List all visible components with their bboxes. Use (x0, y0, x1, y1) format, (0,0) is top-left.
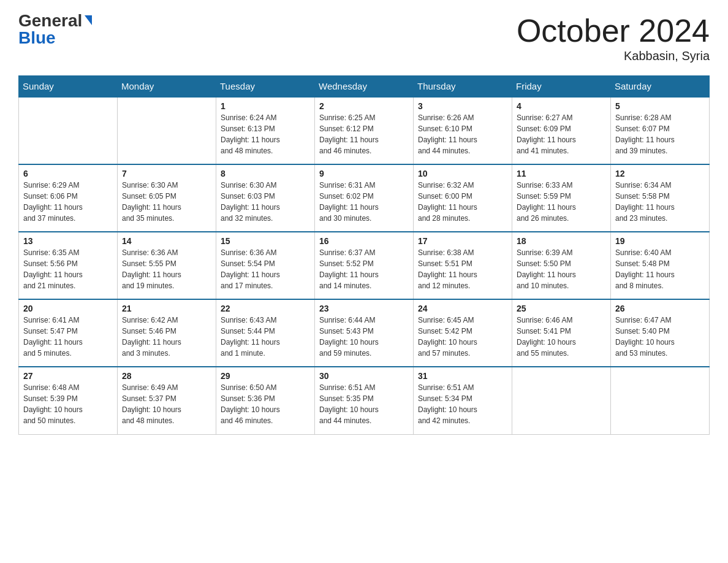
calendar-table: SundayMondayTuesdayWednesdayThursdayFrid… (18, 75, 710, 435)
calendar-subtitle: Kabbasin, Syria (517, 49, 710, 63)
day-number: 3 (418, 101, 507, 111)
day-number: 5 (615, 101, 705, 111)
day-number: 9 (319, 169, 409, 178)
day-info: Sunrise: 6:51 AM Sunset: 5:34 PM Dayligh… (418, 382, 507, 426)
calendar-cell: 1Sunrise: 6:24 AM Sunset: 6:13 PM Daylig… (216, 97, 315, 164)
day-number: 25 (517, 304, 606, 313)
header-monday: Monday (118, 76, 216, 98)
calendar-cell: 8Sunrise: 6:30 AM Sunset: 6:03 PM Daylig… (216, 164, 315, 232)
day-info: Sunrise: 6:36 AM Sunset: 5:55 PM Dayligh… (122, 247, 211, 291)
day-number: 12 (615, 169, 705, 178)
calendar-cell (611, 367, 710, 434)
calendar-cell (19, 97, 118, 164)
day-info: Sunrise: 6:47 AM Sunset: 5:40 PM Dayligh… (615, 315, 705, 359)
week-row-1: 6Sunrise: 6:29 AM Sunset: 6:06 PM Daylig… (19, 164, 710, 232)
day-info: Sunrise: 6:34 AM Sunset: 5:58 PM Dayligh… (615, 180, 705, 224)
day-info: Sunrise: 6:29 AM Sunset: 6:06 PM Dayligh… (23, 180, 113, 224)
day-info: Sunrise: 6:42 AM Sunset: 5:46 PM Dayligh… (122, 315, 211, 359)
calendar-cell: 3Sunrise: 6:26 AM Sunset: 6:10 PM Daylig… (414, 97, 512, 164)
header-sunday: Sunday (19, 76, 118, 98)
calendar-cell (118, 97, 216, 164)
day-info: Sunrise: 6:35 AM Sunset: 5:56 PM Dayligh… (23, 247, 113, 291)
day-number: 10 (418, 169, 507, 178)
day-info: Sunrise: 6:40 AM Sunset: 5:48 PM Dayligh… (615, 247, 705, 291)
day-info: Sunrise: 6:27 AM Sunset: 6:09 PM Dayligh… (517, 112, 606, 156)
calendar-cell: 26Sunrise: 6:47 AM Sunset: 5:40 PM Dayli… (611, 299, 710, 367)
logo-triangle-icon (85, 15, 92, 25)
day-info: Sunrise: 6:48 AM Sunset: 5:39 PM Dayligh… (23, 382, 113, 426)
day-info: Sunrise: 6:36 AM Sunset: 5:54 PM Dayligh… (221, 247, 310, 291)
calendar-cell: 31Sunrise: 6:51 AM Sunset: 5:34 PM Dayli… (414, 367, 512, 434)
day-number: 7 (122, 169, 211, 178)
day-number: 30 (319, 371, 409, 381)
calendar-header-row: SundayMondayTuesdayWednesdayThursdayFrid… (19, 76, 710, 98)
page-header: General Blue October 2024 Kabbasin, Syri… (18, 12, 710, 63)
header-thursday: Thursday (414, 76, 512, 98)
day-info: Sunrise: 6:38 AM Sunset: 5:51 PM Dayligh… (418, 247, 507, 291)
week-row-4: 27Sunrise: 6:48 AM Sunset: 5:39 PM Dayli… (19, 367, 710, 434)
calendar-cell: 22Sunrise: 6:43 AM Sunset: 5:44 PM Dayli… (216, 299, 315, 367)
day-info: Sunrise: 6:37 AM Sunset: 5:52 PM Dayligh… (319, 247, 409, 291)
day-info: Sunrise: 6:24 AM Sunset: 6:13 PM Dayligh… (221, 112, 310, 156)
day-info: Sunrise: 6:25 AM Sunset: 6:12 PM Dayligh… (319, 112, 409, 156)
day-info: Sunrise: 6:28 AM Sunset: 6:07 PM Dayligh… (615, 112, 705, 156)
day-number: 1 (221, 101, 310, 111)
calendar-cell: 21Sunrise: 6:42 AM Sunset: 5:46 PM Dayli… (118, 299, 216, 367)
day-number: 29 (221, 371, 310, 381)
day-number: 27 (23, 371, 113, 381)
day-number: 11 (517, 169, 606, 178)
logo: General Blue (18, 12, 92, 47)
day-number: 28 (122, 371, 211, 381)
day-info: Sunrise: 6:44 AM Sunset: 5:43 PM Dayligh… (319, 315, 409, 359)
title-block: October 2024 Kabbasin, Syria (517, 12, 710, 63)
day-number: 15 (221, 236, 310, 246)
logo-general-text: General (18, 12, 82, 29)
calendar-cell: 25Sunrise: 6:46 AM Sunset: 5:41 PM Dayli… (512, 299, 611, 367)
day-number: 18 (517, 236, 606, 246)
day-number: 20 (23, 304, 113, 313)
calendar-cell: 27Sunrise: 6:48 AM Sunset: 5:39 PM Dayli… (19, 367, 118, 434)
week-row-2: 13Sunrise: 6:35 AM Sunset: 5:56 PM Dayli… (19, 232, 710, 299)
calendar-cell: 4Sunrise: 6:27 AM Sunset: 6:09 PM Daylig… (512, 97, 611, 164)
calendar-cell: 19Sunrise: 6:40 AM Sunset: 5:48 PM Dayli… (611, 232, 710, 299)
logo-blue-text: Blue (18, 29, 56, 47)
calendar-cell: 30Sunrise: 6:51 AM Sunset: 5:35 PM Dayli… (315, 367, 414, 434)
day-number: 8 (221, 169, 310, 178)
day-info: Sunrise: 6:30 AM Sunset: 6:03 PM Dayligh… (221, 180, 310, 224)
calendar-title: October 2024 (517, 12, 710, 49)
day-info: Sunrise: 6:33 AM Sunset: 5:59 PM Dayligh… (517, 180, 606, 224)
calendar-cell: 14Sunrise: 6:36 AM Sunset: 5:55 PM Dayli… (118, 232, 216, 299)
calendar-cell: 23Sunrise: 6:44 AM Sunset: 5:43 PM Dayli… (315, 299, 414, 367)
header-tuesday: Tuesday (216, 76, 315, 98)
day-info: Sunrise: 6:41 AM Sunset: 5:47 PM Dayligh… (23, 315, 113, 359)
day-number: 17 (418, 236, 507, 246)
day-number: 22 (221, 304, 310, 313)
calendar-cell: 13Sunrise: 6:35 AM Sunset: 5:56 PM Dayli… (19, 232, 118, 299)
day-info: Sunrise: 6:39 AM Sunset: 5:50 PM Dayligh… (517, 247, 606, 291)
day-number: 16 (319, 236, 409, 246)
calendar-cell: 28Sunrise: 6:49 AM Sunset: 5:37 PM Dayli… (118, 367, 216, 434)
calendar-cell: 7Sunrise: 6:30 AM Sunset: 6:05 PM Daylig… (118, 164, 216, 232)
week-row-0: 1Sunrise: 6:24 AM Sunset: 6:13 PM Daylig… (19, 97, 710, 164)
day-info: Sunrise: 6:46 AM Sunset: 5:41 PM Dayligh… (517, 315, 606, 359)
calendar-cell: 6Sunrise: 6:29 AM Sunset: 6:06 PM Daylig… (19, 164, 118, 232)
day-number: 21 (122, 304, 211, 313)
day-info: Sunrise: 6:50 AM Sunset: 5:36 PM Dayligh… (221, 382, 310, 426)
day-number: 26 (615, 304, 705, 313)
calendar-cell: 10Sunrise: 6:32 AM Sunset: 6:00 PM Dayli… (414, 164, 512, 232)
header-saturday: Saturday (611, 76, 710, 98)
calendar-cell: 11Sunrise: 6:33 AM Sunset: 5:59 PM Dayli… (512, 164, 611, 232)
calendar-cell (512, 367, 611, 434)
calendar-cell: 2Sunrise: 6:25 AM Sunset: 6:12 PM Daylig… (315, 97, 414, 164)
day-number: 13 (23, 236, 113, 246)
calendar-cell: 9Sunrise: 6:31 AM Sunset: 6:02 PM Daylig… (315, 164, 414, 232)
day-info: Sunrise: 6:49 AM Sunset: 5:37 PM Dayligh… (122, 382, 211, 426)
calendar-cell: 12Sunrise: 6:34 AM Sunset: 5:58 PM Dayli… (611, 164, 710, 232)
day-number: 14 (122, 236, 211, 246)
day-number: 6 (23, 169, 113, 178)
calendar-cell: 15Sunrise: 6:36 AM Sunset: 5:54 PM Dayli… (216, 232, 315, 299)
calendar-cell: 20Sunrise: 6:41 AM Sunset: 5:47 PM Dayli… (19, 299, 118, 367)
calendar-cell: 17Sunrise: 6:38 AM Sunset: 5:51 PM Dayli… (414, 232, 512, 299)
calendar-cell: 24Sunrise: 6:45 AM Sunset: 5:42 PM Dayli… (414, 299, 512, 367)
day-number: 23 (319, 304, 409, 313)
